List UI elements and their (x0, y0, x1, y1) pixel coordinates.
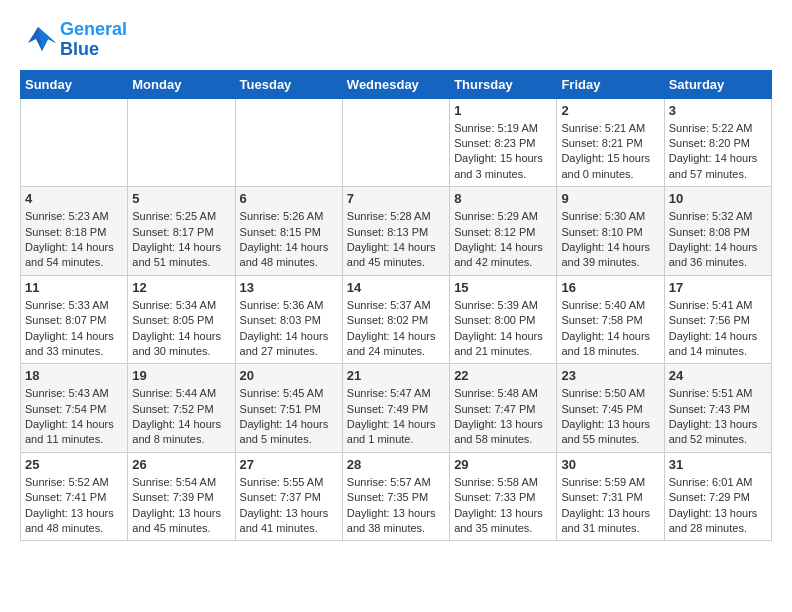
day-info: Sunrise: 5:25 AMSunset: 8:17 PMDaylight:… (132, 209, 230, 271)
calendar-week-4: 18Sunrise: 5:43 AMSunset: 7:54 PMDayligh… (21, 364, 772, 453)
calendar-cell: 4Sunrise: 5:23 AMSunset: 8:18 PMDaylight… (21, 187, 128, 276)
day-number: 19 (132, 368, 230, 383)
day-info: Sunrise: 5:19 AMSunset: 8:23 PMDaylight:… (454, 121, 552, 183)
day-number: 29 (454, 457, 552, 472)
calendar-cell: 26Sunrise: 5:54 AMSunset: 7:39 PMDayligh… (128, 452, 235, 541)
calendar-week-2: 4Sunrise: 5:23 AMSunset: 8:18 PMDaylight… (21, 187, 772, 276)
calendar-cell: 2Sunrise: 5:21 AMSunset: 8:21 PMDaylight… (557, 98, 664, 187)
calendar-week-3: 11Sunrise: 5:33 AMSunset: 8:07 PMDayligh… (21, 275, 772, 364)
calendar-cell (128, 98, 235, 187)
day-info: Sunrise: 5:48 AMSunset: 7:47 PMDaylight:… (454, 386, 552, 448)
calendar-cell: 20Sunrise: 5:45 AMSunset: 7:51 PMDayligh… (235, 364, 342, 453)
calendar-cell: 29Sunrise: 5:58 AMSunset: 7:33 PMDayligh… (450, 452, 557, 541)
calendar-cell: 7Sunrise: 5:28 AMSunset: 8:13 PMDaylight… (342, 187, 449, 276)
calendar-cell: 3Sunrise: 5:22 AMSunset: 8:20 PMDaylight… (664, 98, 771, 187)
day-info: Sunrise: 5:21 AMSunset: 8:21 PMDaylight:… (561, 121, 659, 183)
day-number: 3 (669, 103, 767, 118)
calendar-cell: 10Sunrise: 5:32 AMSunset: 8:08 PMDayligh… (664, 187, 771, 276)
day-info: Sunrise: 5:55 AMSunset: 7:37 PMDaylight:… (240, 475, 338, 537)
calendar-cell: 8Sunrise: 5:29 AMSunset: 8:12 PMDaylight… (450, 187, 557, 276)
day-info: Sunrise: 6:01 AMSunset: 7:29 PMDaylight:… (669, 475, 767, 537)
day-info: Sunrise: 5:32 AMSunset: 8:08 PMDaylight:… (669, 209, 767, 271)
day-number: 11 (25, 280, 123, 295)
day-number: 15 (454, 280, 552, 295)
day-info: Sunrise: 5:43 AMSunset: 7:54 PMDaylight:… (25, 386, 123, 448)
calendar-cell: 27Sunrise: 5:55 AMSunset: 7:37 PMDayligh… (235, 452, 342, 541)
day-info: Sunrise: 5:37 AMSunset: 8:02 PMDaylight:… (347, 298, 445, 360)
calendar-cell: 1Sunrise: 5:19 AMSunset: 8:23 PMDaylight… (450, 98, 557, 187)
day-number: 27 (240, 457, 338, 472)
day-number: 30 (561, 457, 659, 472)
calendar-cell: 6Sunrise: 5:26 AMSunset: 8:15 PMDaylight… (235, 187, 342, 276)
day-info: Sunrise: 5:50 AMSunset: 7:45 PMDaylight:… (561, 386, 659, 448)
day-info: Sunrise: 5:33 AMSunset: 8:07 PMDaylight:… (25, 298, 123, 360)
day-number: 4 (25, 191, 123, 206)
weekday-header-friday: Friday (557, 70, 664, 98)
day-info: Sunrise: 5:54 AMSunset: 7:39 PMDaylight:… (132, 475, 230, 537)
day-number: 23 (561, 368, 659, 383)
calendar-cell: 9Sunrise: 5:30 AMSunset: 8:10 PMDaylight… (557, 187, 664, 276)
day-number: 14 (347, 280, 445, 295)
weekday-header-sunday: Sunday (21, 70, 128, 98)
calendar-table: SundayMondayTuesdayWednesdayThursdayFrid… (20, 70, 772, 542)
calendar-cell: 19Sunrise: 5:44 AMSunset: 7:52 PMDayligh… (128, 364, 235, 453)
day-number: 28 (347, 457, 445, 472)
calendar-week-1: 1Sunrise: 5:19 AMSunset: 8:23 PMDaylight… (21, 98, 772, 187)
calendar-cell: 23Sunrise: 5:50 AMSunset: 7:45 PMDayligh… (557, 364, 664, 453)
calendar-cell: 12Sunrise: 5:34 AMSunset: 8:05 PMDayligh… (128, 275, 235, 364)
calendar-cell (342, 98, 449, 187)
day-number: 24 (669, 368, 767, 383)
calendar-cell: 16Sunrise: 5:40 AMSunset: 7:58 PMDayligh… (557, 275, 664, 364)
day-info: Sunrise: 5:41 AMSunset: 7:56 PMDaylight:… (669, 298, 767, 360)
day-number: 5 (132, 191, 230, 206)
day-number: 17 (669, 280, 767, 295)
day-info: Sunrise: 5:29 AMSunset: 8:12 PMDaylight:… (454, 209, 552, 271)
day-info: Sunrise: 5:58 AMSunset: 7:33 PMDaylight:… (454, 475, 552, 537)
day-number: 31 (669, 457, 767, 472)
day-info: Sunrise: 5:30 AMSunset: 8:10 PMDaylight:… (561, 209, 659, 271)
calendar-week-5: 25Sunrise: 5:52 AMSunset: 7:41 PMDayligh… (21, 452, 772, 541)
day-info: Sunrise: 5:39 AMSunset: 8:00 PMDaylight:… (454, 298, 552, 360)
day-number: 25 (25, 457, 123, 472)
calendar-cell: 13Sunrise: 5:36 AMSunset: 8:03 PMDayligh… (235, 275, 342, 364)
day-info: Sunrise: 5:59 AMSunset: 7:31 PMDaylight:… (561, 475, 659, 537)
day-info: Sunrise: 5:22 AMSunset: 8:20 PMDaylight:… (669, 121, 767, 183)
day-number: 7 (347, 191, 445, 206)
calendar-cell: 31Sunrise: 6:01 AMSunset: 7:29 PMDayligh… (664, 452, 771, 541)
day-number: 16 (561, 280, 659, 295)
calendar-cell: 21Sunrise: 5:47 AMSunset: 7:49 PMDayligh… (342, 364, 449, 453)
day-number: 12 (132, 280, 230, 295)
day-info: Sunrise: 5:44 AMSunset: 7:52 PMDaylight:… (132, 386, 230, 448)
day-number: 22 (454, 368, 552, 383)
day-number: 1 (454, 103, 552, 118)
logo: General Blue (20, 20, 127, 60)
calendar-cell: 25Sunrise: 5:52 AMSunset: 7:41 PMDayligh… (21, 452, 128, 541)
calendar-cell: 15Sunrise: 5:39 AMSunset: 8:00 PMDayligh… (450, 275, 557, 364)
day-number: 18 (25, 368, 123, 383)
day-info: Sunrise: 5:36 AMSunset: 8:03 PMDaylight:… (240, 298, 338, 360)
day-number: 8 (454, 191, 552, 206)
day-info: Sunrise: 5:45 AMSunset: 7:51 PMDaylight:… (240, 386, 338, 448)
calendar-cell (21, 98, 128, 187)
page-header: General Blue (20, 20, 772, 60)
day-number: 13 (240, 280, 338, 295)
calendar-cell: 11Sunrise: 5:33 AMSunset: 8:07 PMDayligh… (21, 275, 128, 364)
day-info: Sunrise: 5:23 AMSunset: 8:18 PMDaylight:… (25, 209, 123, 271)
weekday-header-saturday: Saturday (664, 70, 771, 98)
day-info: Sunrise: 5:28 AMSunset: 8:13 PMDaylight:… (347, 209, 445, 271)
logo-icon (20, 25, 56, 55)
day-number: 2 (561, 103, 659, 118)
calendar-cell: 24Sunrise: 5:51 AMSunset: 7:43 PMDayligh… (664, 364, 771, 453)
calendar-cell (235, 98, 342, 187)
day-number: 6 (240, 191, 338, 206)
logo-text: General Blue (60, 20, 127, 60)
day-info: Sunrise: 5:51 AMSunset: 7:43 PMDaylight:… (669, 386, 767, 448)
day-info: Sunrise: 5:40 AMSunset: 7:58 PMDaylight:… (561, 298, 659, 360)
calendar-cell: 28Sunrise: 5:57 AMSunset: 7:35 PMDayligh… (342, 452, 449, 541)
day-number: 9 (561, 191, 659, 206)
day-info: Sunrise: 5:34 AMSunset: 8:05 PMDaylight:… (132, 298, 230, 360)
day-info: Sunrise: 5:57 AMSunset: 7:35 PMDaylight:… (347, 475, 445, 537)
calendar-cell: 17Sunrise: 5:41 AMSunset: 7:56 PMDayligh… (664, 275, 771, 364)
calendar-cell: 18Sunrise: 5:43 AMSunset: 7:54 PMDayligh… (21, 364, 128, 453)
calendar-cell: 5Sunrise: 5:25 AMSunset: 8:17 PMDaylight… (128, 187, 235, 276)
